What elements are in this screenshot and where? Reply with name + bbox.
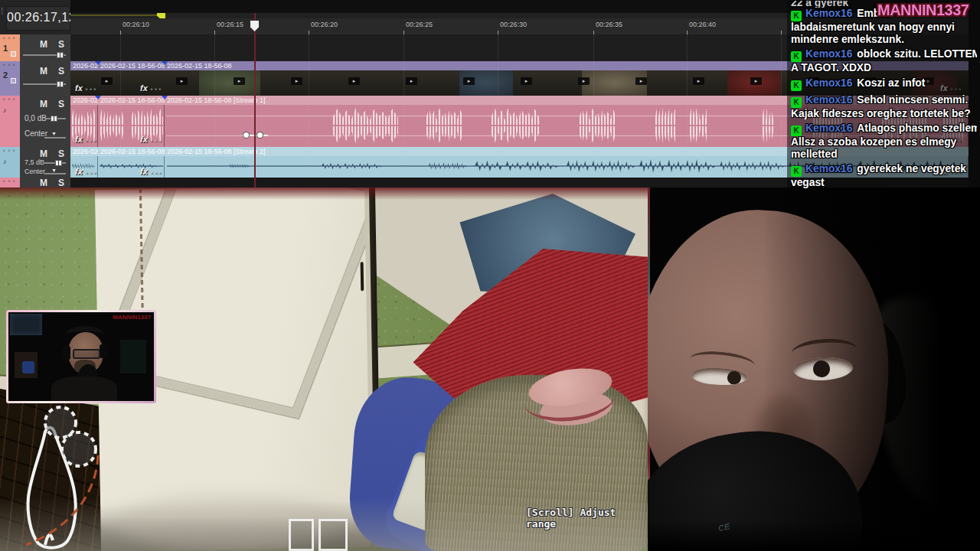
pan-handle-icon[interactable]: ▼ [51,131,57,136]
game-hint-text: [Scroll] Adjust range [526,507,648,530]
thumbnail-play-icon: ▸ [578,77,590,85]
chat-username[interactable]: Kemox16 [805,94,852,106]
solo-button[interactable]: S [58,99,64,109]
chat-overlay: 22 a gyerek KKemox16Ember labdaismeretun… [787,0,980,187]
clip-boundary-marker [162,96,168,99]
thumbnail-play-icon: ▸ [463,77,475,85]
fx-label: fx [140,167,148,176]
thumbnail-patch [199,70,260,96]
door-hinge [361,262,364,291]
track1-color-strip[interactable]: ∘∘∘ 1 [0,34,20,61]
bottom-fade [648,520,980,551]
chat-username[interactable]: Kemox16 [805,77,852,89]
track5-color-strip[interactable]: ∘∘∘ [0,178,20,187]
chat-text: Atlagos phasmo szellem. [857,122,977,134]
thumbnail-play-icon: ▸ [176,77,188,85]
chat-username[interactable]: Kemox16 [805,163,852,174]
shelf-logo-patch [22,361,34,373]
dashed-circle [62,432,96,466]
event-fx-button[interactable]: fx∘∘∘ [75,83,97,93]
ruler-tick-label: 00:26:40 [689,21,716,28]
level-slider-handle[interactable] [57,81,64,87]
chat-message: KKemox16gyerekek ne vegyetek vegast [791,163,977,189]
clip-label: 2026-02-1 [70,147,98,156]
mute-button[interactable]: M [40,39,47,50]
solo-button[interactable]: S [58,148,64,159]
more-dots-icon: ∘∘∘ [85,170,97,175]
thumbnail-play-icon: ▸ [291,77,302,85]
fx-label: fx [140,83,148,93]
envelope-handle[interactable] [257,132,263,138]
gain-value[interactable]: 0,0 dB [24,114,47,122]
chat-username[interactable]: Kemox16 [805,122,852,134]
chat-text: Sehol nincsen semmi. [857,94,968,106]
solo-button[interactable]: S [58,66,64,77]
track-header-2[interactable]: ∘∘∘ 2 M S [0,61,70,96]
gain-slider-handle[interactable] [51,116,57,122]
mute-button[interactable]: M [40,66,47,77]
monitor-glow [10,314,42,335]
solo-button[interactable]: S [58,39,64,50]
track-header-5[interactable]: ∘∘∘ M S [0,178,70,188]
thumbnail-play-icon: ▸ [406,77,417,85]
editor-header-corner: ⁞ 00:26:17,12 [0,0,70,34]
playhead-line[interactable] [254,13,256,187]
hotbar-slot [318,519,348,551]
solo-button[interactable]: S [58,178,64,188]
clip-boundary-marker [95,61,101,65]
track1-type-icon [11,51,16,57]
sub-badge-icon: K [791,126,802,136]
thumbnail-play-icon: ▸ [234,77,245,85]
clip-boundary-marker [95,96,101,99]
pan-slider[interactable] [44,137,66,139]
mute-button[interactable]: M [40,99,47,109]
event-fx-button[interactable]: fx∘∘∘ [75,167,97,176]
pan-value[interactable]: Center [24,168,45,175]
game-view: [Scroll] Adjust range MANNIN1337 [0,187,648,551]
clip-label: 2026-02-1 [70,61,98,70]
track2-color-strip[interactable]: ∘∘∘ 2 [0,61,20,96]
pan-handle-icon[interactable]: ▼ [51,168,57,173]
thumbnail-play-icon: ▸ [348,77,360,85]
track-header-3[interactable]: ∘∘∘ ♪ M S 0,0 dB Center ▼ [0,96,70,148]
pan-slider[interactable] [44,173,66,174]
background-shadow [120,340,146,373]
fx-label: fx [75,83,83,93]
sub-badge-icon: K [791,11,802,21]
grid-line [498,34,498,178]
event-fx-button[interactable]: fx∘∘∘ [140,167,162,176]
more-dots-icon: ∘∘∘ [85,86,97,92]
event-fx-button[interactable]: fx∘∘∘ [140,83,162,93]
mute-button[interactable]: M [40,148,47,159]
mute-button[interactable]: M [40,178,47,188]
marker-flag[interactable] [157,13,165,18]
thumbnail-play-icon: ▸ [521,77,532,85]
more-dots-icon: ∘∘∘ [150,86,162,92]
chat-text: Kajak fideszes oreghez tortetek be? [791,108,977,120]
facecam-brand-logo: MANNIN1337 [113,314,151,321]
ruler-tick-label: 00:26:15 [217,21,243,28]
sub-badge-icon: K [791,166,802,177]
clip-label: 2026-02-15 18-56-08 [Str [98,96,165,105]
chat-username[interactable]: Kemox16 [805,8,852,19]
gain-slider-handle[interactable] [55,160,62,166]
facecam-video: MANNIN1337 [8,312,154,401]
chat-message: KKemox16Sehol nincsen semmi. Kajak fides… [791,94,977,120]
clip-boundary-marker [162,61,168,65]
timecode-display[interactable]: 00:26:17,12 [6,6,70,31]
glasses [73,349,100,359]
track2-number: 2 [3,70,8,80]
track-header-1[interactable]: ∘∘∘ 1 M S [0,34,70,62]
gain-value[interactable]: 7,5 dB [24,158,44,166]
brand-logo: MANNIN1337 [877,1,969,19]
loop-region-bar[interactable] [70,15,159,16]
chat-username[interactable]: Kemox16 [805,48,852,60]
grid-line [120,34,121,178]
track-header-4[interactable]: ∘∘∘ ♪ M S 7,5 dB Center ▼ [0,147,70,178]
headset-earcup [100,344,108,358]
track3-color-strip[interactable]: ∘∘∘ ♪ [0,96,20,147]
track4-color-strip[interactable]: ∘∘∘ ♪ [0,147,20,178]
level-slider-handle[interactable] [57,52,64,58]
envelope-handle[interactable] [243,132,249,138]
chat-message: KKemox16Koszi az infot [791,77,977,91]
